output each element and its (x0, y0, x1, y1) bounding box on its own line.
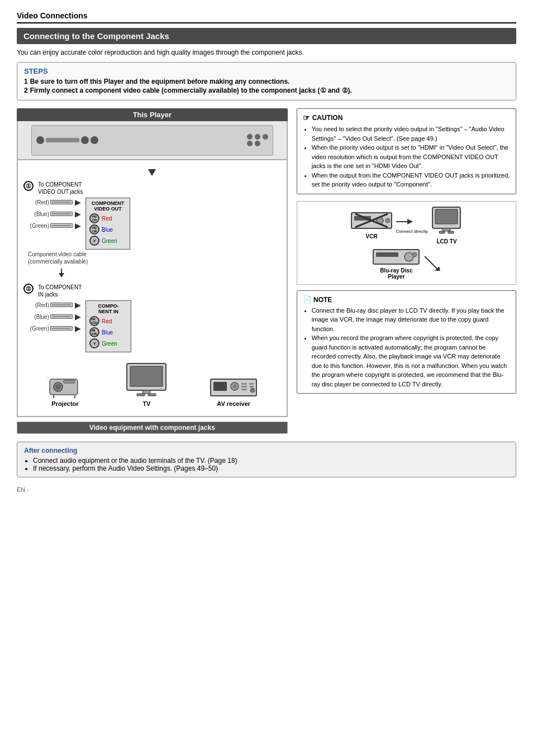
svg-rect-36 (448, 231, 454, 233)
player-sm-btn-5 (255, 141, 260, 146)
cable-blue-connector (50, 212, 73, 216)
after-item-2: If necessary, perform the Audio Video Se… (33, 465, 509, 472)
svg-point-27 (386, 218, 390, 223)
comp-in-section: ② To COMPONENT IN jacks (Red) ▶ (23, 284, 281, 352)
diagram-container: This Player (17, 108, 516, 434)
comp-out-number: ① (23, 181, 34, 191)
step-1: 1Be sure to turn off this Player and the… (24, 78, 509, 85)
tv-label: TV (142, 400, 150, 407)
red-label-out: (Red) (28, 199, 49, 205)
in-jack-circle-red: PR(CR) (89, 316, 99, 326)
svg-marker-31 (407, 219, 413, 224)
in-jack-color-red: Red (102, 318, 112, 324)
player-btn-3 (91, 136, 98, 144)
cable-red-connector (50, 200, 73, 204)
jack-circle-green: Y (89, 236, 99, 246)
comp-video-out-box: COMPONENTVIDEO OUT PRCR Red PBCB (85, 198, 130, 250)
cable-note: Component video cable(commercially avail… (28, 251, 281, 265)
bd-row: Blu-ray Disc Player (302, 249, 511, 280)
cable-red-in-connector (50, 303, 73, 307)
after-connecting-title: After connecting (24, 447, 509, 454)
jack-circle-red: PRCR (89, 213, 99, 223)
arrow-red-in: ▶ (75, 300, 81, 309)
svg-rect-11 (142, 390, 150, 394)
svg-rect-19 (241, 386, 247, 387)
arrow-blue-in: ▶ (75, 312, 81, 321)
svg-rect-21 (249, 383, 254, 385)
player-sm-btn-3 (263, 134, 268, 140)
player-sm-btn-4 (247, 141, 253, 146)
comp-in-to-label: To COMPONENT IN jacks (38, 284, 82, 298)
steps-list: 1Be sure to turn off this Player and the… (24, 78, 509, 94)
bd-player-device: Blu-ray Disc Player (373, 249, 420, 280)
after-item-1: Connect audio equipment or the audio ter… (33, 457, 509, 465)
jack-color-blue: Blue (102, 227, 113, 233)
svg-point-5 (55, 384, 61, 390)
comp-in-number: ② (23, 284, 34, 294)
svg-rect-12 (137, 394, 145, 396)
player-btn-2 (81, 136, 89, 144)
player-controls-left (36, 136, 98, 144)
steps-title: STEPS (24, 67, 509, 75)
after-connecting-list: Connect audio equipment or the audio ter… (24, 457, 509, 472)
green-label-out: (Green) (28, 223, 49, 229)
note-icon: 📄 (303, 295, 312, 304)
cable-red-in: (Red) ▶ (28, 300, 82, 309)
cables-left-out: (Red) ▶ (Blue) ▶ (Green) (28, 198, 82, 230)
svg-rect-18 (241, 383, 247, 385)
jack-color-red: Red (102, 216, 112, 222)
cable-green-connector (50, 223, 73, 228)
cable-blue-out: (Blue) ▶ (28, 209, 82, 218)
svg-rect-15 (213, 382, 227, 391)
footer: EN - (17, 486, 516, 493)
bd-player-label: Blu-ray Disc Player (373, 267, 420, 280)
cable-green-out: (Green) ▶ (28, 221, 82, 230)
jack-color-green: Green (102, 238, 117, 244)
caution-item-2: When the priority video output is set to… (312, 143, 510, 171)
svg-rect-13 (148, 394, 156, 396)
in-jack-color-blue: Blue (102, 329, 113, 336)
red-label-in: (Red) (28, 302, 49, 308)
cable-green-in-connector (50, 326, 73, 331)
in-jack-row-red: PR(CR) Red (89, 316, 127, 326)
note-title: 📄 NOTE (303, 295, 510, 304)
comp-in-number-label: ② To COMPONENT IN jacks (Red) ▶ (23, 284, 131, 352)
av-receiver-label: AV receiver (217, 400, 250, 407)
bd-arrow-svg (423, 255, 440, 272)
vcr-row: VCR Connect directly (302, 206, 511, 245)
caution-icon: ☞ (303, 113, 310, 122)
vcr-x-overlay (351, 210, 393, 233)
left-column: This Player (17, 108, 288, 434)
projector-icon (47, 374, 83, 399)
player-sm-btn-2 (255, 134, 260, 140)
cable-green-in: (Green) ▶ (28, 324, 82, 333)
green-label-in: (Green) (28, 326, 49, 332)
connect-directly-label: Connect directly (396, 229, 428, 234)
player-device (17, 121, 288, 160)
device-projector: Projector (47, 374, 83, 407)
arrow-blue-out: ▶ (75, 209, 81, 218)
this-player-label: This Player (17, 108, 288, 121)
player-sm-btn-1 (247, 134, 253, 140)
steps-box: STEPS 1Be sure to turn off this Player a… (17, 62, 516, 101)
av-receiver-icon (210, 376, 258, 399)
section-header: Connecting to the Component Jacks (17, 28, 516, 44)
in-jack-circle-green: Y (89, 338, 99, 348)
player-btn-1 (36, 136, 44, 144)
note-list: Connect the Blu-ray disc player to LCD T… (303, 306, 510, 389)
cable-blue-in: (Blue) ▶ (28, 312, 82, 321)
svg-rect-10 (130, 366, 163, 386)
in-jack-circle-blue: PB(CB) (89, 327, 99, 337)
player-slot (46, 138, 79, 142)
caution-list: You need to select the priority video ou… (303, 125, 510, 189)
arrow-between (57, 269, 281, 279)
vcr-device: VCR (351, 210, 393, 240)
page-title: Video Connections (17, 11, 516, 23)
device-tv: TV (126, 362, 168, 407)
bd-player-svg (373, 249, 420, 266)
comp-out-to-label: To COMPONENT VIDEO OUT jacks (38, 181, 83, 195)
arrow-green-in: ▶ (75, 324, 81, 333)
connect-directly-arrow: Connect directly (396, 216, 428, 234)
svg-rect-20 (241, 389, 247, 390)
comp-in-num-row: ② To COMPONENT IN jacks (23, 284, 82, 298)
